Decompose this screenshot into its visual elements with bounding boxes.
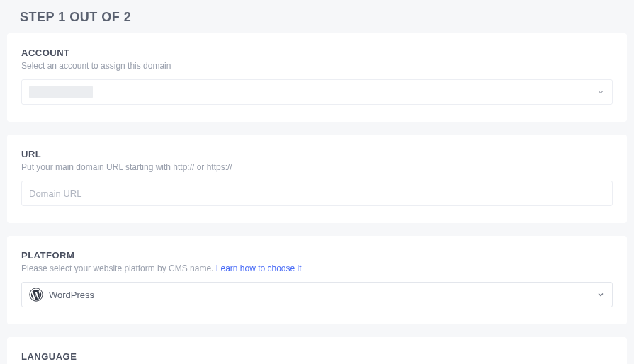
platform-select[interactable]: WordPress [21,282,613,307]
account-title: ACCOUNT [21,47,613,58]
language-title: LANGUAGE [21,351,613,362]
account-select[interactable] [21,79,613,105]
url-card: URL Put your main domain URL starting wi… [7,135,627,223]
platform-hint-text: Please select your website platform by C… [21,263,216,273]
language-card: LANGUAGE Select the base language of you… [7,337,627,364]
platform-hint: Please select your website platform by C… [21,263,613,273]
url-input[interactable] [21,181,613,206]
step-title: STEP 1 OUT OF 2 [20,10,627,25]
url-title: URL [21,149,613,159]
platform-learn-link[interactable]: Learn how to choose it [216,263,302,273]
chevron-down-icon [596,290,605,299]
account-selected-placeholder [29,86,93,98]
account-hint: Select an account to assign this domain [21,61,613,71]
account-card: ACCOUNT Select an account to assign this… [7,33,627,122]
chevron-down-icon [596,88,605,96]
platform-card: PLATFORM Please select your website plat… [7,236,627,324]
wordpress-icon [29,288,43,302]
platform-title: PLATFORM [21,250,613,261]
platform-selected-label: WordPress [49,290,94,300]
url-hint: Put your main domain URL starting with h… [21,162,613,172]
